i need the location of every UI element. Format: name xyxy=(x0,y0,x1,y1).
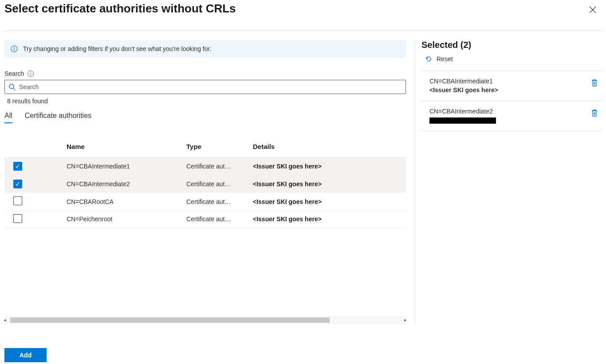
col-name[interactable]: Name xyxy=(67,143,186,150)
row-checkbox[interactable] xyxy=(13,196,22,205)
cell-details: <Issuer SKI goes here> xyxy=(253,180,406,188)
table-row[interactable]: CN=Peichenroot Certificate aut… <Issuer … xyxy=(4,210,406,228)
table-row[interactable]: CN=CBARootCA Certificate aut… <Issuer SK… xyxy=(4,192,406,210)
selected-heading: Selected (2) xyxy=(421,40,602,50)
tabs: All Certificate authorities xyxy=(4,109,406,123)
tab-certificate-authorities[interactable]: Certificate authorities xyxy=(25,109,91,123)
selected-item-sub: <Issuer SKI goes here> xyxy=(429,86,498,95)
cell-details: <Issuer SKI goes here> xyxy=(253,215,406,223)
col-type[interactable]: Type xyxy=(186,143,253,150)
scroll-thumb[interactable] xyxy=(10,317,330,323)
col-details[interactable]: Details xyxy=(253,143,406,150)
cell-type: Certificate aut… xyxy=(186,215,253,223)
add-button[interactable]: Add xyxy=(4,348,47,362)
results-count: 8 results found xyxy=(4,98,406,105)
cell-name: CN=Peichenroot xyxy=(67,215,186,223)
remove-selected-button[interactable] xyxy=(590,78,599,89)
search-box[interactable] xyxy=(4,80,406,94)
search-icon xyxy=(8,83,16,90)
selected-item: CN=CBAIntermediate1 <Issuer SKI goes her… xyxy=(421,70,602,101)
selected-item: CN=CBAIntermediate2 xyxy=(421,101,602,131)
page-title: Select certificate authorities without C… xyxy=(4,2,236,16)
info-banner: Try changing or adding filters if you do… xyxy=(4,40,406,58)
horizontal-scrollbar[interactable]: ◄ ► xyxy=(4,317,406,324)
close-button[interactable] xyxy=(587,4,598,15)
cell-name: CN=CBAIntermediate1 xyxy=(67,163,186,170)
search-input[interactable] xyxy=(16,83,402,90)
reset-label: Reset xyxy=(437,55,453,63)
svg-point-3 xyxy=(9,84,14,89)
cell-details: <Issuer SKI goes here> xyxy=(253,163,406,170)
row-checkbox[interactable] xyxy=(13,162,22,171)
info-tooltip-icon[interactable]: i xyxy=(28,70,34,77)
cell-type: Certificate aut… xyxy=(186,198,253,205)
info-icon xyxy=(11,45,18,52)
svg-rect-2 xyxy=(14,48,14,51)
trash-icon xyxy=(591,109,598,117)
reset-button[interactable]: Reset xyxy=(421,55,602,63)
search-label: Search xyxy=(4,70,24,77)
svg-point-1 xyxy=(14,47,15,48)
selected-item-name: CN=CBAIntermediate1 xyxy=(429,77,498,86)
row-checkbox[interactable] xyxy=(13,214,22,223)
scroll-right-arrow-icon[interactable]: ► xyxy=(399,317,405,323)
remove-selected-button[interactable] xyxy=(590,108,599,119)
cell-type: Certificate aut… xyxy=(186,180,253,188)
svg-line-4 xyxy=(13,88,15,90)
cell-type: Certificate aut… xyxy=(186,163,253,170)
ca-table: Name Type Details CN=CBAIntermediate1 Ce… xyxy=(4,139,406,228)
close-icon xyxy=(589,6,596,13)
undo-icon xyxy=(425,55,432,63)
trash-icon xyxy=(591,79,598,87)
table-row[interactable]: CN=CBAIntermediate2 Certificate aut… <Is… xyxy=(4,175,406,192)
tab-all[interactable]: All xyxy=(4,109,12,123)
table-row[interactable]: CN=CBAIntermediate1 Certificate aut… <Is… xyxy=(4,157,406,175)
cell-name: CN=CBAIntermediate2 xyxy=(67,180,186,188)
cell-name: CN=CBARootCA xyxy=(67,198,186,205)
redacted-text xyxy=(429,117,496,124)
cell-details: <Issuer SKI goes here> xyxy=(253,198,406,205)
table-header: Name Type Details xyxy=(4,139,406,157)
selected-item-name: CN=CBAIntermediate2 xyxy=(429,107,496,116)
selected-list: CN=CBAIntermediate1 <Issuer SKI goes her… xyxy=(421,70,602,131)
row-checkbox[interactable] xyxy=(13,180,22,188)
info-banner-text: Try changing or adding filters if you do… xyxy=(23,45,211,52)
